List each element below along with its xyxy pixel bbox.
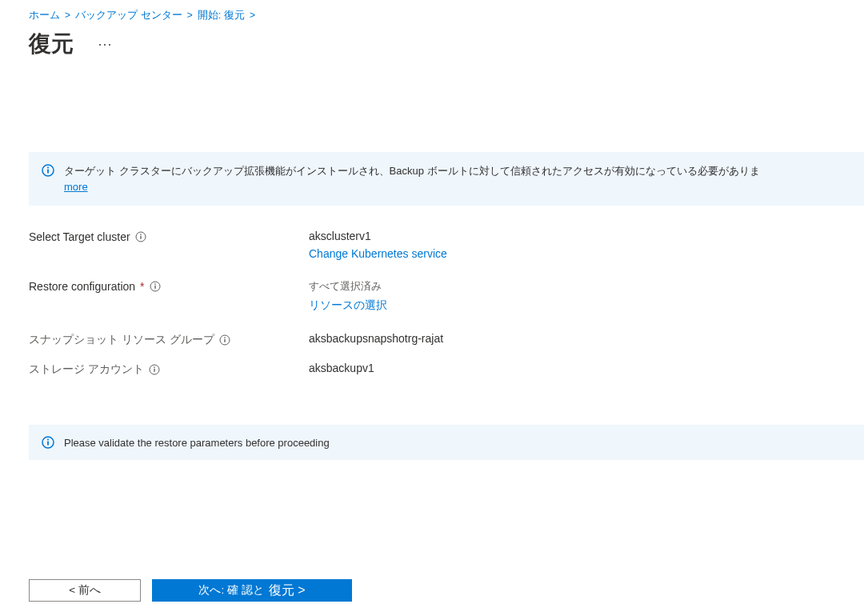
- field-snapshot-rg: スナップショット リソース グループ aksbackupsnapshotrg-r…: [29, 332, 864, 347]
- next-restore-button[interactable]: 次へ: 確 認と 復元 >: [152, 579, 352, 602]
- info-notice: ターゲット クラスターにバックアップ拡張機能がインストールされ、Backup ボ…: [29, 152, 864, 206]
- notice-text: ターゲット クラスターにバックアップ拡張機能がインストールされ、Backup ボ…: [64, 165, 760, 177]
- validate-notice: Please validate the restore parameters b…: [29, 425, 864, 460]
- info-icon[interactable]: [149, 364, 160, 375]
- page-title: 復元: [29, 29, 74, 59]
- svg-rect-11: [224, 337, 225, 338]
- label-restore-config: Restore configuration: [29, 280, 135, 293]
- svg-rect-16: [47, 442, 49, 446]
- breadcrumb-start-restore[interactable]: 開始: 復元: [198, 8, 245, 22]
- info-icon: [42, 436, 54, 449]
- svg-rect-13: [154, 369, 154, 372]
- breadcrumb: ホーム > バックアップ センター > 開始: 復元 >: [29, 8, 864, 22]
- label-snapshot-rg: スナップショット リソース グループ: [29, 333, 214, 347]
- previous-button[interactable]: < 前へ: [29, 579, 141, 602]
- change-kubernetes-link[interactable]: Change Kubernetes service: [309, 247, 447, 260]
- svg-rect-5: [140, 234, 141, 234]
- breadcrumb-backup-center[interactable]: バックアップ センター: [75, 8, 182, 22]
- value-storage-account: aksbackupv1: [309, 362, 374, 374]
- select-resource-link[interactable]: リソースの選択: [309, 298, 387, 313]
- svg-rect-10: [224, 339, 225, 342]
- label-target-cluster: Select Target cluster: [29, 230, 130, 243]
- svg-rect-17: [47, 439, 49, 441]
- field-restore-config: Restore configuration * すべて選択済み リソースの選択: [29, 279, 864, 313]
- svg-rect-8: [154, 283, 155, 284]
- breadcrumb-home[interactable]: ホーム: [29, 8, 60, 22]
- info-icon: [42, 164, 54, 177]
- validate-notice-text: Please validate the restore parameters b…: [64, 437, 330, 449]
- value-restore-config: すべて選択済み: [309, 280, 382, 292]
- info-icon[interactable]: [150, 281, 161, 292]
- chevron-right-icon: >: [65, 10, 70, 21]
- label-storage-account: ストレージ アカウント: [29, 362, 144, 377]
- info-icon[interactable]: [219, 334, 230, 346]
- next-button-prefix: 次へ: 確 認と: [198, 583, 263, 598]
- title-row: 復元 ⋯: [29, 29, 864, 59]
- chevron-right-icon: >: [187, 10, 193, 21]
- required-asterisk: *: [140, 280, 144, 293]
- more-link[interactable]: more: [64, 179, 88, 195]
- svg-rect-4: [140, 236, 141, 239]
- next-button-main: 復元 >: [269, 582, 306, 599]
- more-icon[interactable]: ⋯: [98, 35, 113, 53]
- info-icon[interactable]: [135, 231, 146, 242]
- footer-actions: < 前へ 次へ: 確 認と 復元 >: [29, 579, 352, 602]
- svg-rect-14: [154, 366, 154, 367]
- value-snapshot-rg: aksbackupsnapshotrg-rajat: [309, 332, 443, 345]
- svg-rect-1: [47, 170, 49, 174]
- value-target-cluster: aksclusterv1: [309, 230, 371, 242]
- field-storage-account: ストレージ アカウント aksbackupv1: [29, 362, 864, 377]
- svg-rect-2: [47, 167, 49, 169]
- field-target-cluster: Select Target cluster aksclusterv1 Chang…: [29, 230, 864, 260]
- svg-rect-7: [154, 286, 155, 289]
- chevron-right-icon: >: [250, 10, 255, 21]
